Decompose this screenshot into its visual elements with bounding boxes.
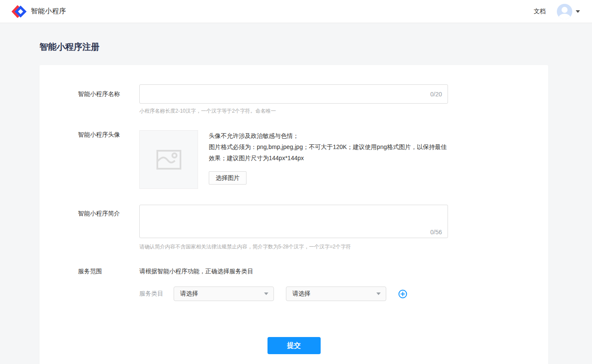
main-content: 智能小程序注册 智能小程序名称 0/20 小程序名称长度2-10汉字，一个汉字等… bbox=[0, 41, 592, 364]
category-select-2-value: 请选择 bbox=[292, 290, 310, 298]
intro-textarea[interactable] bbox=[139, 205, 448, 238]
name-input[interactable] bbox=[139, 84, 448, 104]
name-label: 智能小程序名称 bbox=[39, 84, 139, 115]
top-header: 智能小程序 文档 bbox=[0, 0, 592, 23]
avatar-rules: 头像不允许涉及政治敏感与色情； 图片格式必须为：png,bmp,jpeg,jpg… bbox=[209, 130, 449, 164]
registration-form-card: 智能小程序名称 0/20 小程序名称长度2-10汉字，一个汉字等于2个字符。命名… bbox=[39, 65, 548, 364]
intro-field-row: 智能小程序简介 0/56 请确认简介内容不含国家相关法律法规禁止内容，简介字数为… bbox=[39, 205, 548, 251]
intro-char-counter: 0/56 bbox=[430, 229, 442, 236]
category-select-1[interactable]: 请选择 bbox=[174, 286, 274, 301]
smart-miniprogram-logo-icon bbox=[11, 5, 27, 18]
avatar-field-row: 智能小程序头像 头像不允许涉及政治敏感与色情； 图片格式必须为：png,bm bbox=[39, 130, 548, 189]
category-select-2[interactable]: 请选择 bbox=[286, 286, 386, 301]
add-category-button[interactable] bbox=[398, 289, 407, 298]
scope-instruction: 请根据智能小程序功能，正确选择服务类目 bbox=[139, 268, 548, 275]
submit-button[interactable]: 提交 bbox=[267, 337, 321, 354]
brand-name: 智能小程序 bbox=[31, 7, 66, 16]
category-select-1-value: 请选择 bbox=[180, 290, 198, 298]
chevron-down-icon bbox=[376, 292, 381, 295]
intro-label: 智能小程序简介 bbox=[39, 205, 139, 251]
avatar-upload-placeholder bbox=[139, 130, 198, 189]
image-placeholder-icon bbox=[156, 149, 182, 171]
scope-field-row: 服务范围 请根据智能小程序功能，正确选择服务类目 服务类目 请选择 请选择 bbox=[39, 268, 548, 301]
brand: 智能小程序 bbox=[11, 5, 66, 18]
scope-label: 服务范围 bbox=[39, 268, 139, 301]
user-menu[interactable] bbox=[557, 4, 580, 19]
submit-row: 提交 bbox=[39, 337, 548, 354]
category-label: 服务类目 bbox=[139, 290, 163, 298]
choose-image-button[interactable]: 选择图片 bbox=[209, 171, 246, 185]
intro-hint: 请确认简介内容不含国家相关法律法规禁止内容，简介字数为5-28个汉字，一个汉字=… bbox=[139, 243, 548, 251]
user-avatar[interactable] bbox=[557, 4, 572, 19]
name-hint: 小程序名称长度2-10汉字，一个汉字等于2个字符。命名唯一 bbox=[139, 107, 548, 115]
name-char-counter: 0/20 bbox=[430, 91, 442, 98]
name-field-row: 智能小程序名称 0/20 小程序名称长度2-10汉字，一个汉字等于2个字符。命名… bbox=[39, 84, 548, 115]
avatar-rules-line2: 图片格式必须为：png,bmp,jpeg,jpg；不可大于120K；建议使用pn… bbox=[209, 141, 449, 164]
plus-circle-icon bbox=[398, 289, 407, 298]
chevron-down-icon bbox=[264, 292, 268, 295]
avatar-rules-line1: 头像不允许涉及政治敏感与色情； bbox=[209, 130, 449, 141]
docs-link[interactable]: 文档 bbox=[534, 8, 546, 15]
chevron-down-icon[interactable] bbox=[576, 10, 580, 13]
avatar-label: 智能小程序头像 bbox=[39, 130, 139, 189]
page-title: 智能小程序注册 bbox=[39, 41, 553, 53]
avatar-person-icon bbox=[562, 7, 568, 13]
